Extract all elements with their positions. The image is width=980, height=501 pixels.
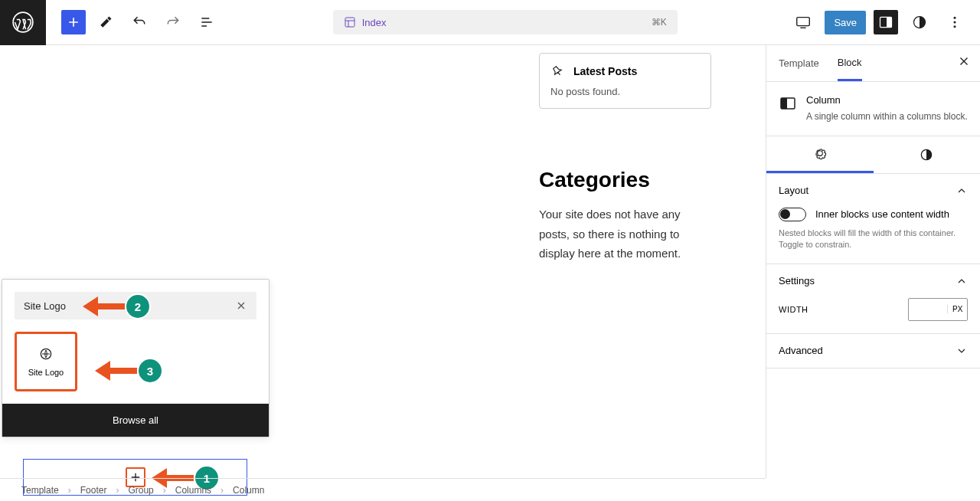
kbd-shortcut: ⌘K [652,17,667,28]
chevron-up-icon [956,185,968,197]
svg-rect-1 [345,18,354,27]
svg-rect-4 [887,17,892,27]
width-unit[interactable]: PX [947,305,967,313]
settings-section-toggle[interactable]: Settings [766,264,980,298]
breadcrumb-item[interactable]: Footer [80,485,107,496]
latest-posts-block[interactable]: Latest Posts No posts found. [539,53,711,109]
clear-search-icon[interactable] [232,296,250,315]
width-value-field[interactable] [909,303,947,315]
chevron-right-icon: › [163,485,166,496]
latest-posts-body: No posts found. [550,86,700,97]
template-selector[interactable]: Index ⌘K [333,10,678,34]
annotation-badge: 3 [137,358,163,384]
advanced-section-title: Advanced [779,345,823,356]
categories-block[interactable]: Categories Your site does not have any p… [539,168,707,264]
width-label: WIDTH [779,305,808,314]
editor-canvas[interactable]: Latest Posts No posts found. Categories … [0,45,766,478]
svg-rect-2 [797,18,810,26]
redo-icon[interactable] [159,8,187,36]
tab-template[interactable]: Template [779,47,819,80]
styles-icon [919,147,934,162]
header-tools-right: Save [789,8,980,36]
list-view-icon[interactable] [193,8,220,36]
chevron-right-icon: › [220,485,224,496]
browse-all-button[interactable]: Browse all [2,404,269,437]
top-header: Index ⌘K Save [0,0,980,45]
breadcrumb-item[interactable]: Columns [175,485,211,496]
subtab-settings[interactable] [766,136,874,173]
main-layout: Latest Posts No posts found. Categories … [0,45,980,478]
chevron-right-icon: › [68,485,71,496]
arrow-icon [83,300,125,313]
settings-section-title: Settings [779,275,815,287]
content-width-toggle[interactable] [779,208,806,221]
chevron-up-icon [956,275,968,287]
advanced-section: Advanced [766,334,980,368]
undo-icon[interactable] [126,8,153,36]
column-block-icon [779,94,797,113]
subtab-styles[interactable] [874,136,981,173]
annotation-badge: 2 [125,293,151,319]
inserter-result-site-logo[interactable]: Site Logo [15,332,77,391]
more-options-icon[interactable] [941,8,969,36]
template-name: Index [362,17,387,28]
close-sidebar-icon[interactable] [957,54,971,71]
settings-section: Settings WIDTH PX [766,264,980,334]
tab-block[interactable]: Block [838,46,862,81]
chevron-down-icon [956,345,968,357]
inserter-result-label: Site Logo [28,368,64,377]
categories-body: Your site does not have any posts, so th… [539,205,707,264]
svg-rect-11 [781,98,787,109]
advanced-section-toggle[interactable]: Advanced [766,334,980,368]
block-description: A single column within a columns block. [806,110,968,123]
save-button[interactable]: Save [825,11,866,34]
edit-tool-icon[interactable] [92,8,119,36]
settings-sidebar: Template Block Column A single column wi… [766,45,980,478]
layout-section-title: Layout [779,185,808,196]
breadcrumb-item[interactable]: Group [128,485,153,496]
layout-section-toggle[interactable]: Layout [766,174,980,208]
chevron-right-icon: › [116,485,119,496]
annotation-2: 2 [83,293,151,319]
block-breadcrumb: Template› Footer› Group› Columns› Column [0,478,766,501]
width-input[interactable]: PX [908,298,968,321]
sidebar-tabs: Template Block [766,45,980,82]
svg-point-6 [954,17,956,19]
wordpress-logo[interactable] [0,0,46,45]
categories-heading: Categories [539,168,707,192]
latest-posts-title: Latest Posts [573,65,637,77]
inspector-subtabs [766,136,980,174]
layout-help-text: Nested blocks will fill the width of thi… [779,228,968,251]
block-title: Column [806,94,968,106]
header-tools-left [46,8,220,36]
responsive-view-icon[interactable] [789,8,817,36]
svg-point-7 [954,21,956,24]
layout-section: Layout Inner blocks use content width Ne… [766,174,980,264]
toggle-label: Inner blocks use content width [815,208,949,220]
template-icon [344,16,356,28]
block-info: Column A single column within a columns … [766,82,980,136]
settings-sidebar-toggle[interactable] [874,10,898,34]
styles-icon[interactable] [906,8,933,36]
gear-icon [812,146,828,161]
arrow-icon [95,364,137,378]
annotation-3: 3 [95,358,163,384]
site-logo-icon [38,346,54,362]
pin-icon [550,64,564,78]
breadcrumb-item[interactable]: Column [233,485,264,496]
add-block-button[interactable] [61,10,86,34]
breadcrumb-item[interactable]: Template [21,485,59,496]
svg-point-8 [954,25,956,28]
